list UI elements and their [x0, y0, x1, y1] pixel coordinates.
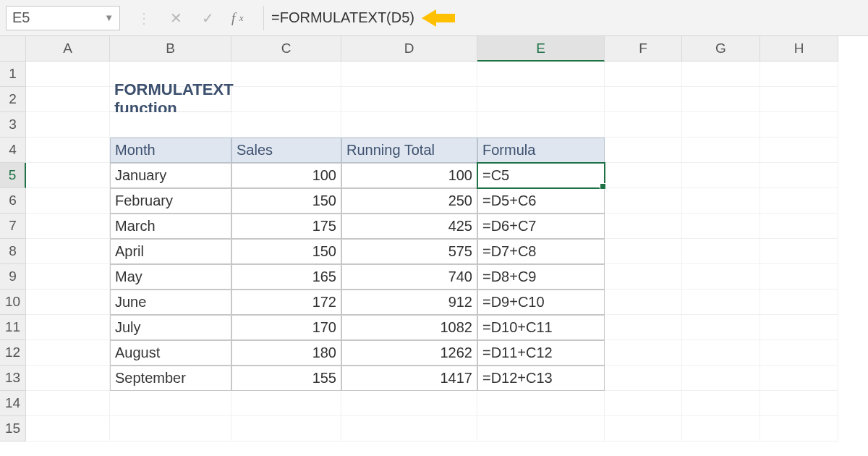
- cell-G6[interactable]: [682, 188, 760, 214]
- row-header-11[interactable]: 11: [0, 315, 26, 340]
- cell-F4[interactable]: [605, 138, 682, 163]
- cell-C13[interactable]: 155: [231, 366, 341, 391]
- cell-A6[interactable]: [26, 188, 110, 214]
- cell-H4[interactable]: [760, 138, 838, 163]
- cell-C15[interactable]: [231, 416, 341, 442]
- cell-F10[interactable]: [605, 290, 682, 315]
- row-header-12[interactable]: 12: [0, 340, 26, 366]
- cell-A8[interactable]: [26, 239, 110, 264]
- cell-C10[interactable]: 172: [231, 290, 341, 315]
- cell-C11[interactable]: 170: [231, 315, 341, 340]
- fx-icon[interactable]: fx: [231, 10, 247, 26]
- formula-input[interactable]: =FORMULATEXT(D5): [263, 6, 861, 30]
- cell-D5[interactable]: 100: [341, 163, 477, 188]
- cell-G1[interactable]: [682, 62, 760, 87]
- cell-B9[interactable]: May: [110, 264, 231, 290]
- cell-H6[interactable]: [760, 188, 838, 214]
- cancel-icon[interactable]: ✕: [168, 10, 184, 26]
- column-header-C[interactable]: C: [231, 36, 341, 62]
- cell-A4[interactable]: [26, 138, 110, 163]
- column-header-D[interactable]: D: [341, 36, 477, 62]
- cell-G9[interactable]: [682, 264, 760, 290]
- cell-H1[interactable]: [760, 62, 838, 87]
- column-header-E[interactable]: E: [477, 36, 605, 62]
- cell-A2[interactable]: [26, 87, 110, 112]
- cell-C2[interactable]: [231, 87, 341, 112]
- cell-G4[interactable]: [682, 138, 760, 163]
- cell-F9[interactable]: [605, 264, 682, 290]
- enter-icon[interactable]: ✓: [200, 10, 216, 26]
- cell-D2[interactable]: [341, 87, 477, 112]
- cell-D8[interactable]: 575: [341, 239, 477, 264]
- cell-E11[interactable]: =D10+C11: [477, 315, 605, 340]
- cell-H12[interactable]: [760, 340, 838, 366]
- cell-G8[interactable]: [682, 239, 760, 264]
- cell-A5[interactable]: [26, 163, 110, 188]
- row-header-8[interactable]: 8: [0, 239, 26, 264]
- cell-A13[interactable]: [26, 366, 110, 391]
- row-header-9[interactable]: 9: [0, 264, 26, 290]
- cell-H5[interactable]: [760, 163, 838, 188]
- cell-C12[interactable]: 180: [231, 340, 341, 366]
- row-header-13[interactable]: 13: [0, 366, 26, 391]
- row-header-2[interactable]: 2: [0, 87, 26, 112]
- cell-E14[interactable]: [477, 391, 605, 416]
- row-header-6[interactable]: 6: [0, 188, 26, 214]
- cell-E6[interactable]: =D5+C6: [477, 188, 605, 214]
- cell-F13[interactable]: [605, 366, 682, 391]
- column-header-G[interactable]: G: [682, 36, 760, 62]
- cell-E10[interactable]: =D9+C10: [477, 290, 605, 315]
- cell-F8[interactable]: [605, 239, 682, 264]
- cell-B3[interactable]: [110, 112, 231, 138]
- cell-H11[interactable]: [760, 315, 838, 340]
- cell-E13[interactable]: =D12+C13: [477, 366, 605, 391]
- cell-F5[interactable]: [605, 163, 682, 188]
- column-header-B[interactable]: B: [110, 36, 231, 62]
- cell-D13[interactable]: 1417: [341, 366, 477, 391]
- column-header-F[interactable]: F: [605, 36, 682, 62]
- cell-B6[interactable]: February: [110, 188, 231, 214]
- cell-C7[interactable]: 175: [231, 214, 341, 239]
- cell-F1[interactable]: [605, 62, 682, 87]
- cell-A11[interactable]: [26, 315, 110, 340]
- cell-B12[interactable]: August: [110, 340, 231, 366]
- cell-D3[interactable]: [341, 112, 477, 138]
- cell-B14[interactable]: [110, 391, 231, 416]
- cell-A15[interactable]: [26, 416, 110, 442]
- cell-C1[interactable]: [231, 62, 341, 87]
- cell-D12[interactable]: 1262: [341, 340, 477, 366]
- row-header-4[interactable]: 4: [0, 138, 26, 163]
- cell-G12[interactable]: [682, 340, 760, 366]
- row-header-10[interactable]: 10: [0, 290, 26, 315]
- cell-C8[interactable]: 150: [231, 239, 341, 264]
- cell-H9[interactable]: [760, 264, 838, 290]
- select-all-corner[interactable]: [0, 36, 26, 62]
- cell-H2[interactable]: [760, 87, 838, 112]
- cell-D9[interactable]: 740: [341, 264, 477, 290]
- cell-E8[interactable]: =D7+C8: [477, 239, 605, 264]
- cell-B11[interactable]: July: [110, 315, 231, 340]
- cell-G10[interactable]: [682, 290, 760, 315]
- cell-D1[interactable]: [341, 62, 477, 87]
- cell-C9[interactable]: 165: [231, 264, 341, 290]
- cell-D6[interactable]: 250: [341, 188, 477, 214]
- cell-H10[interactable]: [760, 290, 838, 315]
- cell-F15[interactable]: [605, 416, 682, 442]
- row-header-15[interactable]: 15: [0, 416, 26, 442]
- cell-E3[interactable]: [477, 112, 605, 138]
- cell-A3[interactable]: [26, 112, 110, 138]
- cell-H15[interactable]: [760, 416, 838, 442]
- cell-F2[interactable]: [605, 87, 682, 112]
- cell-E2[interactable]: [477, 87, 605, 112]
- cell-G14[interactable]: [682, 391, 760, 416]
- cell-D15[interactable]: [341, 416, 477, 442]
- column-header-H[interactable]: H: [760, 36, 838, 62]
- cell-B15[interactable]: [110, 416, 231, 442]
- name-box[interactable]: E5 ▼: [6, 6, 120, 30]
- cell-C14[interactable]: [231, 391, 341, 416]
- cell-E15[interactable]: [477, 416, 605, 442]
- cell-C6[interactable]: 150: [231, 188, 341, 214]
- cell-A1[interactable]: [26, 62, 110, 87]
- cell-F6[interactable]: [605, 188, 682, 214]
- cell-H7[interactable]: [760, 214, 838, 239]
